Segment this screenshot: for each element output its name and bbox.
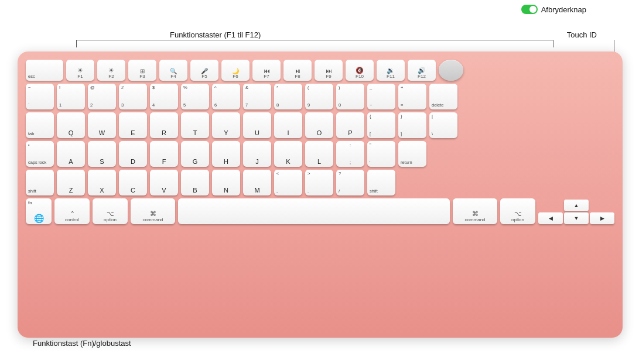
- key-lbracket[interactable]: { [: [367, 112, 395, 138]
- key-comma[interactable]: < ,: [274, 170, 302, 195]
- r-label: R: [162, 130, 166, 136]
- hash-label: #: [121, 85, 124, 90]
- key-h[interactable]: H: [212, 141, 240, 167]
- key-l[interactable]: L: [305, 141, 333, 167]
- key-tab[interactable]: tab: [26, 112, 54, 138]
- key-equals[interactable]: + =: [398, 84, 426, 109]
- key-i[interactable]: I: [274, 112, 302, 138]
- key-f7[interactable]: ⏮ F7: [252, 60, 281, 81]
- key-arrow-up[interactable]: ▲: [564, 200, 589, 211]
- key-f12[interactable]: 🔊 F12: [408, 60, 436, 81]
- key-y[interactable]: Y: [212, 112, 240, 138]
- w-label: W: [99, 130, 105, 136]
- f4-label: F4: [170, 74, 176, 79]
- key-f6[interactable]: 🌙 F6: [221, 60, 250, 81]
- c-label: C: [131, 187, 135, 194]
- key-m[interactable]: M: [243, 170, 271, 195]
- three-label: 3: [121, 102, 124, 108]
- key-6[interactable]: ^ 6: [212, 84, 240, 109]
- key-shift-left[interactable]: shift: [26, 170, 54, 195]
- key-b[interactable]: B: [181, 170, 209, 195]
- delete-label: delete: [432, 102, 443, 108]
- key-period[interactable]: > .: [305, 170, 333, 195]
- key-f10[interactable]: 🔇 F10: [346, 60, 374, 81]
- key-arrow-down[interactable]: ▼: [564, 212, 589, 224]
- key-u[interactable]: U: [243, 112, 271, 138]
- key-f5[interactable]: 🎤 F5: [190, 60, 218, 81]
- key-a[interactable]: A: [57, 141, 85, 167]
- key-f[interactable]: F: [150, 141, 178, 167]
- key-n[interactable]: N: [212, 170, 240, 195]
- dollar-label: $: [152, 85, 155, 90]
- key-esc[interactable]: esc: [26, 60, 63, 81]
- key-f1[interactable]: ☀ F1: [66, 60, 94, 81]
- command-r-label: command: [464, 218, 485, 222]
- key-p[interactable]: P: [336, 112, 364, 138]
- key-f3[interactable]: ⊞ F3: [128, 60, 156, 81]
- key-x[interactable]: X: [88, 170, 116, 195]
- key-minus[interactable]: _ −: [367, 84, 395, 109]
- key-o[interactable]: O: [305, 112, 333, 138]
- key-7[interactable]: & 7: [243, 84, 271, 109]
- key-f2[interactable]: ☀ F2: [97, 60, 125, 81]
- l-label: L: [317, 159, 321, 165]
- key-2[interactable]: @ 2: [88, 84, 116, 109]
- num-key-row: ~ ` ! 1 @ 2 # 3 $ 4 % 5: [26, 84, 614, 109]
- key-c[interactable]: C: [119, 170, 147, 195]
- key-rbracket[interactable]: } ]: [398, 112, 426, 138]
- key-3[interactable]: # 3: [119, 84, 147, 109]
- key-space[interactable]: [178, 198, 450, 224]
- key-s[interactable]: S: [88, 141, 116, 167]
- key-control[interactable]: ⌃ control: [54, 198, 90, 224]
- key-9[interactable]: ( 9: [305, 84, 333, 109]
- key-d[interactable]: D: [119, 141, 147, 167]
- key-g[interactable]: G: [181, 141, 209, 167]
- key-j[interactable]: J: [243, 141, 271, 167]
- bracket-line-left: [76, 40, 179, 40]
- rbrace-label: }: [401, 114, 402, 119]
- two-label: 2: [90, 102, 93, 108]
- key-return[interactable]: return: [398, 141, 426, 167]
- key-4[interactable]: $ 4: [150, 84, 178, 109]
- percent-label: %: [183, 85, 187, 90]
- key-arrow-left[interactable]: ◀: [538, 212, 563, 224]
- key-8[interactable]: * 8: [274, 84, 302, 109]
- j-label: J: [255, 159, 259, 165]
- key-command-left[interactable]: ⌘ command: [131, 198, 175, 224]
- key-backslash[interactable]: | \: [429, 112, 457, 138]
- key-f8[interactable]: ⏯ F8: [283, 60, 312, 81]
- key-option-left[interactable]: ⌥ option: [93, 198, 128, 224]
- key-0[interactable]: ) 0: [336, 84, 364, 109]
- key-v[interactable]: V: [150, 170, 178, 195]
- key-1[interactable]: ! 1: [57, 84, 85, 109]
- key-backtick[interactable]: ~ `: [26, 84, 54, 109]
- key-k[interactable]: K: [274, 141, 302, 167]
- key-t[interactable]: T: [181, 112, 209, 138]
- key-r[interactable]: R: [150, 112, 178, 138]
- h-label: H: [224, 159, 228, 165]
- key-f9[interactable]: ⏭ F9: [315, 60, 343, 81]
- key-quote[interactable]: " ': [367, 141, 395, 167]
- key-option-right[interactable]: ⌥ option: [500, 198, 535, 224]
- u-label: U: [255, 130, 259, 136]
- key-e[interactable]: E: [119, 112, 147, 138]
- key-capslock[interactable]: • caps lock: [26, 141, 54, 167]
- f7-label: F7: [264, 74, 269, 79]
- key-z[interactable]: Z: [57, 170, 85, 195]
- key-f4[interactable]: 🔍 F4: [159, 60, 187, 81]
- key-touchid[interactable]: [439, 60, 463, 81]
- key-q[interactable]: Q: [57, 112, 85, 138]
- key-shift-right[interactable]: shift: [367, 170, 395, 195]
- n-label: N: [224, 187, 228, 194]
- key-f11[interactable]: 🔉 F11: [377, 60, 405, 81]
- key-fn-globe[interactable]: fn 🌐: [26, 198, 52, 224]
- key-delete[interactable]: delete: [429, 84, 457, 109]
- key-slash[interactable]: ? /: [336, 170, 364, 195]
- key-arrow-right[interactable]: ▶: [590, 212, 614, 224]
- key-command-right[interactable]: ⌘ command: [453, 198, 497, 224]
- fn-text-label: fn: [28, 200, 32, 205]
- key-semicolon[interactable]: : ;: [336, 141, 364, 167]
- arrow-bottom-row: ◀ ▼ ▶: [538, 212, 614, 224]
- key-5[interactable]: % 5: [181, 84, 209, 109]
- key-w[interactable]: W: [88, 112, 116, 138]
